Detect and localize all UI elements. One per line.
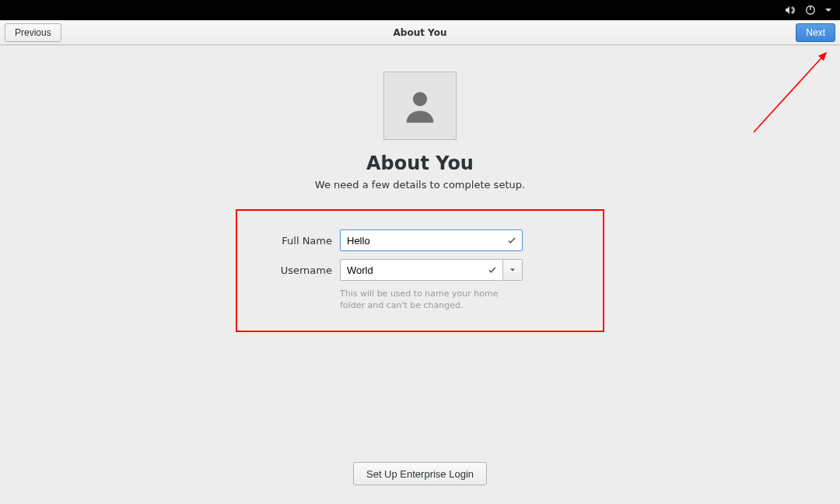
- avatar-placeholder[interactable]: [383, 72, 457, 140]
- svg-point-3: [413, 92, 427, 106]
- power-icon[interactable]: [804, 4, 817, 16]
- form-container: Full Name Username: [236, 209, 604, 332]
- check-icon: [488, 265, 497, 275]
- full-name-row: Full Name: [237, 229, 603, 251]
- check-icon: [507, 236, 516, 245]
- page-title: About You: [366, 152, 474, 174]
- chevron-down-icon[interactable]: [824, 4, 832, 16]
- header-title: About You: [394, 27, 447, 38]
- username-hint: This will be used to name your home fold…: [340, 289, 523, 312]
- wizard-content: About You We need a few details to compl…: [0, 45, 840, 504]
- enterprise-login-button[interactable]: Set Up Enterprise Login: [353, 462, 487, 485]
- os-top-bar: [0, 0, 840, 20]
- previous-button[interactable]: Previous: [5, 23, 61, 42]
- full-name-label: Full Name: [237, 235, 340, 247]
- person-icon: [400, 86, 440, 126]
- chevron-down-icon: [509, 267, 516, 273]
- username-label: Username: [237, 264, 340, 276]
- username-input[interactable]: [340, 259, 503, 281]
- svg-line-2: [754, 53, 826, 132]
- username-dropdown-button[interactable]: [503, 259, 523, 281]
- page-subtitle: We need a few details to complete setup.: [315, 179, 525, 191]
- wizard-header: Previous About You Next: [0, 20, 840, 45]
- full-name-input[interactable]: [340, 229, 523, 251]
- annotation-arrow: [742, 47, 835, 140]
- username-row: Username: [237, 259, 603, 281]
- next-button[interactable]: Next: [796, 23, 835, 42]
- volume-icon[interactable]: [784, 4, 796, 16]
